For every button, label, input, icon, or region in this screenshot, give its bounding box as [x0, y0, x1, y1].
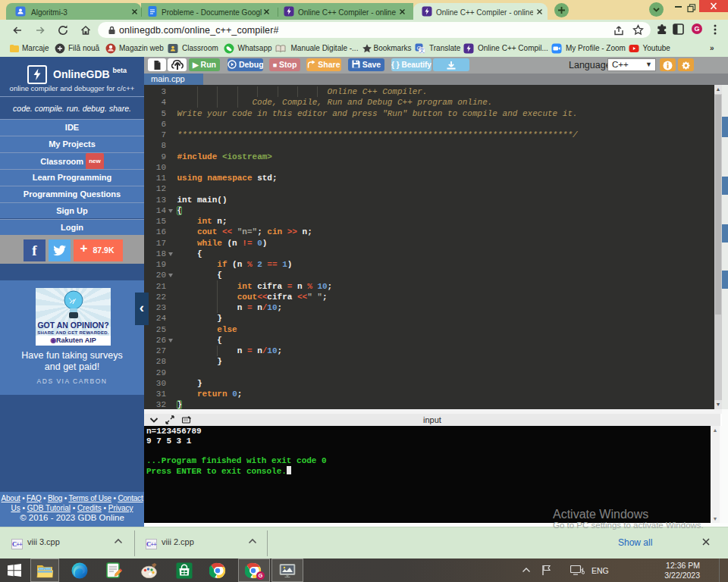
svg-text:文: 文: [419, 47, 425, 53]
